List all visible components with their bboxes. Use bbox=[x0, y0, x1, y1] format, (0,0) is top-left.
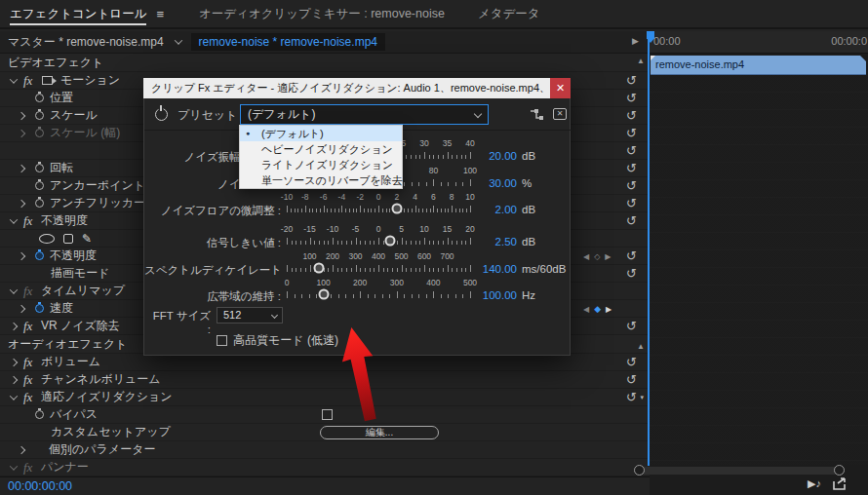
slider-knob[interactable] bbox=[384, 236, 395, 247]
stopwatch-icon-active[interactable] bbox=[35, 251, 44, 260]
fft-size-dropdown[interactable]: 512 bbox=[217, 307, 283, 324]
reset-icon[interactable]: ↺ bbox=[626, 107, 637, 125]
active-clip-label[interactable]: remove-noise * remove-noise.mp4 bbox=[191, 33, 385, 51]
slider-knob[interactable] bbox=[391, 204, 402, 214]
chevron-right-icon[interactable] bbox=[16, 113, 27, 119]
ellipse-mask-icon[interactable] bbox=[39, 234, 55, 244]
reset-icon[interactable]: ↺ bbox=[626, 125, 637, 142]
preset-option[interactable]: ライトノイズリダクション bbox=[240, 157, 402, 172]
tick-mark bbox=[301, 294, 302, 298]
chevron-right-icon[interactable] bbox=[8, 360, 20, 365]
effect-row-channel-volume[interactable]: fxチャンネルボリューム ↺ bbox=[0, 371, 650, 389]
reset-icon[interactable]: ↺ bbox=[626, 318, 637, 335]
slider-knob[interactable] bbox=[318, 289, 329, 300]
reset-icon[interactable]: ↺ bbox=[626, 265, 637, 283]
preset-option[interactable]: ヘビーノイズリダクション bbox=[240, 141, 402, 157]
chevron-right-icon[interactable] bbox=[16, 166, 27, 171]
power-toggle-icon[interactable] bbox=[155, 108, 168, 121]
dialog-title[interactable]: クリップ Fx エディター - 適応ノイズリダクション: Audio 1、rem… bbox=[143, 78, 571, 98]
scroll-up-icon[interactable]: ▲ bbox=[637, 57, 645, 65]
playhead-line[interactable] bbox=[648, 31, 650, 466]
reset-icon[interactable]: ↺ bbox=[626, 90, 637, 107]
reset-icon[interactable]: ↺ bbox=[626, 177, 637, 195]
scroll-up-icon[interactable]: ▲ bbox=[637, 342, 645, 351]
chevron-right-icon[interactable] bbox=[16, 201, 27, 207]
reset-icon[interactable]: ↺ bbox=[626, 248, 637, 265]
play-audio-icon[interactable]: ▶♪ bbox=[808, 477, 821, 492]
edit-button[interactable]: 編集... bbox=[320, 426, 439, 439]
stopwatch-icon[interactable] bbox=[35, 94, 44, 102]
prev-keyframe-icon[interactable]: ◀ bbox=[583, 252, 589, 261]
export-frame-icon[interactable] bbox=[833, 477, 847, 492]
effect-row-volume[interactable]: fxボリューム ↺ bbox=[0, 354, 650, 371]
preset-dropdown[interactable]: (デフォルト) bbox=[240, 104, 489, 125]
add-keyframe-icon[interactable]: ◆ bbox=[594, 304, 601, 314]
stopwatch-icon[interactable] bbox=[35, 410, 44, 419]
scroll-right-icon[interactable]: ▶ bbox=[632, 36, 639, 46]
noise-floor-slider[interactable]: -10-8-6-4-20246810 bbox=[287, 192, 470, 221]
tab-metadata[interactable]: メタデータ bbox=[468, 0, 550, 27]
prev-keyframe-icon[interactable]: ◀ bbox=[583, 305, 589, 314]
next-keyframe-icon[interactable]: ▶ bbox=[605, 252, 611, 261]
reset-icon[interactable]: ↺ bbox=[626, 389, 637, 406]
signal-threshold-slider[interactable]: -20-15-10-505101520 bbox=[287, 224, 470, 253]
add-keyframe-icon[interactable]: ◇ bbox=[594, 252, 600, 261]
audio-clip-bar[interactable]: remove-noise.mp4 bbox=[651, 56, 866, 75]
reset-icon[interactable]: ↺ bbox=[626, 72, 637, 90]
broadband-preservation-slider[interactable]: 0100200300400500 bbox=[287, 278, 470, 307]
bypass-checkbox[interactable] bbox=[322, 409, 333, 420]
chevron-right-icon[interactable] bbox=[16, 131, 27, 136]
rect-mask-icon[interactable] bbox=[63, 234, 73, 244]
stopwatch-icon[interactable] bbox=[35, 199, 44, 208]
timeline-zoom-scrollbar[interactable] bbox=[634, 465, 845, 476]
chevron-down-icon[interactable] bbox=[8, 395, 20, 400]
effect-row-panner[interactable]: fxパンナー bbox=[0, 459, 650, 476]
zoom-scrollbar-track[interactable] bbox=[639, 467, 840, 475]
stopwatch-icon[interactable] bbox=[35, 111, 44, 120]
next-keyframe-icon[interactable]: ▶ bbox=[606, 305, 612, 314]
chevron-down-icon[interactable] bbox=[8, 78, 20, 84]
close-icon[interactable]: ✕ bbox=[550, 78, 571, 98]
slider-value[interactable]: 2.00 bbox=[470, 204, 517, 221]
delete-preset-icon[interactable]: ✕ bbox=[553, 108, 567, 120]
panel-menu-icon[interactable]: ≡ bbox=[156, 7, 164, 21]
param-row-individual-parameters[interactable]: 個別のパラメーター bbox=[0, 441, 650, 459]
tab-audio-clip-mixer[interactable]: オーディオクリップミキサー : remove-noise bbox=[189, 0, 454, 27]
preset-option[interactable]: 単一ソースのリバーブを除去 bbox=[240, 172, 402, 188]
tick-mark bbox=[429, 268, 430, 272]
chevron-down-icon[interactable] bbox=[8, 218, 20, 224]
timeline-ruler[interactable]: 00:00 00:00:0 bbox=[650, 31, 868, 54]
chevron-right-icon[interactable] bbox=[16, 447, 27, 453]
reset-icon[interactable]: ↺ bbox=[626, 195, 637, 212]
reset-icon[interactable]: ↺ bbox=[626, 142, 637, 160]
reset-icon[interactable]: ↺ bbox=[626, 160, 637, 177]
zoom-handle-right[interactable] bbox=[834, 465, 845, 476]
zoom-handle-left[interactable] bbox=[634, 465, 645, 476]
stopwatch-icon-active[interactable] bbox=[35, 304, 44, 313]
save-preset-icon[interactable] bbox=[530, 108, 544, 124]
slider-knob[interactable] bbox=[313, 263, 324, 274]
pen-mask-icon[interactable]: ✎ bbox=[82, 234, 92, 244]
stopwatch-icon[interactable] bbox=[35, 181, 44, 190]
effect-row-adaptive-noise-reduction[interactable]: fx適応ノイズリダクション ↺ bbox=[0, 389, 650, 406]
chevron-right-icon[interactable] bbox=[16, 306, 27, 312]
video-effects-header[interactable]: ビデオエフェクト bbox=[0, 54, 650, 72]
chevron-down-icon[interactable] bbox=[174, 36, 181, 44]
tab-effect-controls[interactable]: エフェクトコントロール bbox=[0, 0, 156, 27]
reset-icon[interactable]: ↺ bbox=[626, 354, 637, 371]
spectral-decay-slider[interactable]: 100200300400500600700 bbox=[287, 251, 470, 281]
reset-icon[interactable]: ↺ bbox=[626, 212, 637, 230]
master-clip-label[interactable]: マスター * remove-noise.mp4 bbox=[8, 34, 164, 51]
preset-option[interactable]: (デフォルト) bbox=[240, 126, 402, 141]
high-quality-checkbox[interactable] bbox=[217, 335, 227, 346]
reset-icon[interactable]: ↺ bbox=[626, 371, 637, 389]
param-row-bypass[interactable]: バイパス bbox=[0, 406, 650, 424]
chevron-right-icon[interactable] bbox=[16, 253, 27, 259]
chevron-down-icon[interactable] bbox=[8, 288, 20, 294]
chevron-down-icon[interactable] bbox=[8, 465, 20, 471]
stopwatch-icon[interactable] bbox=[35, 164, 44, 172]
chevron-right-icon[interactable] bbox=[8, 377, 20, 383]
current-timecode[interactable]: 00:00:00:00 bbox=[8, 479, 72, 493]
chevron-right-icon[interactable] bbox=[8, 324, 20, 329]
fx-badge-icon: fx bbox=[23, 390, 41, 405]
